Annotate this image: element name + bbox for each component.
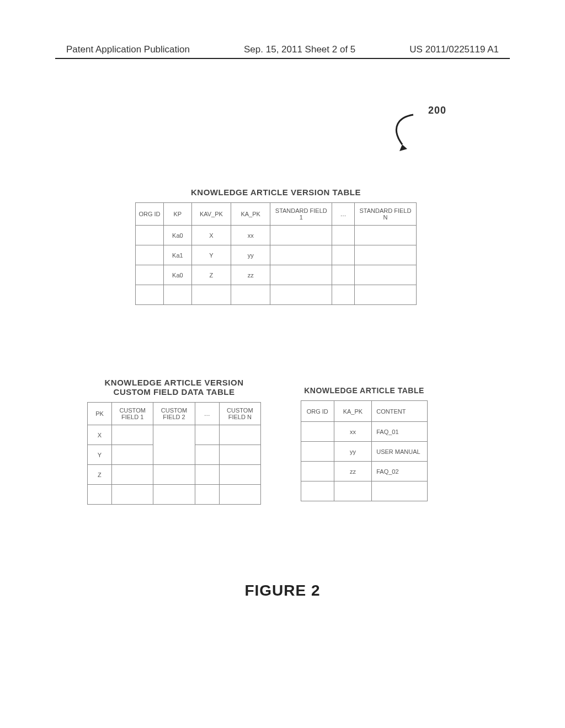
- table-header-row: ORG ID KP KAV_PK KA_PK STANDARD FIELD 1 …: [136, 203, 417, 226]
- cell: [219, 485, 260, 505]
- header-rule: [55, 58, 510, 59]
- col-header: ORG ID: [136, 203, 164, 226]
- kav-table-title: KNOWLEDGE ARTICLE VERSION TABLE: [135, 188, 417, 197]
- cfd-table: PK CUSTOM FIELD 1 CUSTOM FIELD 2 … CUSTO…: [87, 402, 261, 505]
- cell: [153, 465, 195, 485]
- header-center: Sep. 15, 2011 Sheet 2 of 5: [244, 44, 355, 55]
- cell: [111, 425, 153, 445]
- cell: [195, 485, 219, 505]
- table-row: [136, 285, 417, 305]
- cell: [301, 442, 334, 462]
- cell: [136, 285, 164, 305]
- cell: Ka1: [163, 245, 191, 265]
- cell: [270, 245, 332, 265]
- col-header: CUSTOM FIELD N: [219, 403, 260, 425]
- col-header: CUSTOM FIELD 2: [153, 403, 195, 425]
- cell: FAQ_01: [372, 422, 428, 442]
- cell: [301, 422, 334, 442]
- cell: xx: [334, 422, 372, 442]
- col-header: PK: [88, 403, 112, 425]
- cell: [372, 481, 428, 501]
- table-header-row: PK CUSTOM FIELD 1 CUSTOM FIELD 2 … CUSTO…: [88, 403, 261, 425]
- col-header: ORG ID: [301, 401, 334, 422]
- cell: [270, 285, 332, 305]
- col-header: STANDARD FIELD N: [354, 203, 416, 226]
- cell: [354, 285, 416, 305]
- cell: [195, 445, 219, 465]
- cell: Z: [191, 265, 231, 285]
- cell: [195, 465, 219, 485]
- ka-table-section: KNOWLEDGE ARTICLE TABLE ORG ID KA_PK CON…: [301, 386, 428, 501]
- table-row: Ka0 Z zz: [136, 265, 417, 285]
- col-header: KA_PK: [231, 203, 270, 226]
- cell: [354, 226, 416, 245]
- reference-numeral: 200: [428, 105, 446, 116]
- header-left: Patent Application Publication: [66, 44, 190, 55]
- table-header-row: ORG ID KA_PK CONTENT: [301, 401, 428, 422]
- cell: [332, 285, 355, 305]
- cfd-table-title: KNOWLEDGE ARTICLE VERSION CUSTOM FIELD D…: [87, 378, 261, 397]
- table-row: zz FAQ_02: [301, 462, 428, 481]
- kav-table: ORG ID KP KAV_PK KA_PK STANDARD FIELD 1 …: [135, 202, 417, 305]
- kav-table-section: KNOWLEDGE ARTICLE VERSION TABLE ORG ID K…: [135, 188, 417, 305]
- col-header: CUSTOM FIELD 1: [111, 403, 153, 425]
- cell: zz: [334, 462, 372, 481]
- cell: [111, 445, 153, 465]
- table-row: Ka0 X xx: [136, 226, 417, 245]
- cell: Y: [191, 245, 231, 265]
- col-header: KA_PK: [334, 401, 372, 422]
- cell: X: [191, 226, 231, 245]
- cell: [270, 226, 332, 245]
- cell: [219, 465, 260, 485]
- cell: [163, 285, 191, 305]
- cell: X: [88, 425, 112, 445]
- cell: zz: [231, 265, 270, 285]
- cell: [270, 265, 332, 285]
- cell: [332, 245, 355, 265]
- page-header: Patent Application Publication Sep. 15, …: [0, 44, 565, 55]
- cell: [111, 485, 153, 505]
- cell: [136, 265, 164, 285]
- header-right: US 2011/0225119 A1: [409, 44, 499, 55]
- col-header: CONTENT: [372, 401, 428, 422]
- col-header: …: [195, 403, 219, 425]
- cell: FAQ_02: [372, 462, 428, 481]
- cell: [136, 226, 164, 245]
- table-row: [88, 485, 261, 505]
- table-row: X: [88, 425, 261, 445]
- cell: Ka0: [163, 265, 191, 285]
- cell: xx: [231, 226, 270, 245]
- cell: [153, 425, 195, 465]
- ka-table: ORG ID KA_PK CONTENT xx FAQ_01 yy USER M…: [301, 400, 428, 501]
- col-header: KAV_PK: [191, 203, 231, 226]
- cell: [219, 425, 260, 445]
- col-header: KP: [163, 203, 191, 226]
- cell: [153, 485, 195, 505]
- cell: yy: [231, 245, 270, 265]
- cell: [219, 445, 260, 465]
- cell: [231, 285, 270, 305]
- cell: [301, 462, 334, 481]
- cell: USER MANUAL: [372, 442, 428, 462]
- cfd-table-section: KNOWLEDGE ARTICLE VERSION CUSTOM FIELD D…: [87, 378, 261, 505]
- cell: [191, 285, 231, 305]
- cell: [111, 465, 153, 485]
- table-row: Ka1 Y yy: [136, 245, 417, 265]
- cell: [354, 265, 416, 285]
- cell: yy: [334, 442, 372, 462]
- ka-table-title: KNOWLEDGE ARTICLE TABLE: [301, 386, 428, 395]
- cell: [334, 481, 372, 501]
- table-row: xx FAQ_01: [301, 422, 428, 442]
- figure-label: FIGURE 2: [0, 582, 565, 599]
- cell: [332, 265, 355, 285]
- col-header: …: [332, 203, 355, 226]
- cell: [354, 245, 416, 265]
- cell: [301, 481, 334, 501]
- cell: Ka0: [163, 226, 191, 245]
- table-row: [301, 481, 428, 501]
- col-header: STANDARD FIELD 1: [270, 203, 332, 226]
- cell: Y: [88, 445, 112, 465]
- cell: [332, 226, 355, 245]
- cell: Z: [88, 465, 112, 485]
- lead-line-arrow-icon: [383, 110, 422, 154]
